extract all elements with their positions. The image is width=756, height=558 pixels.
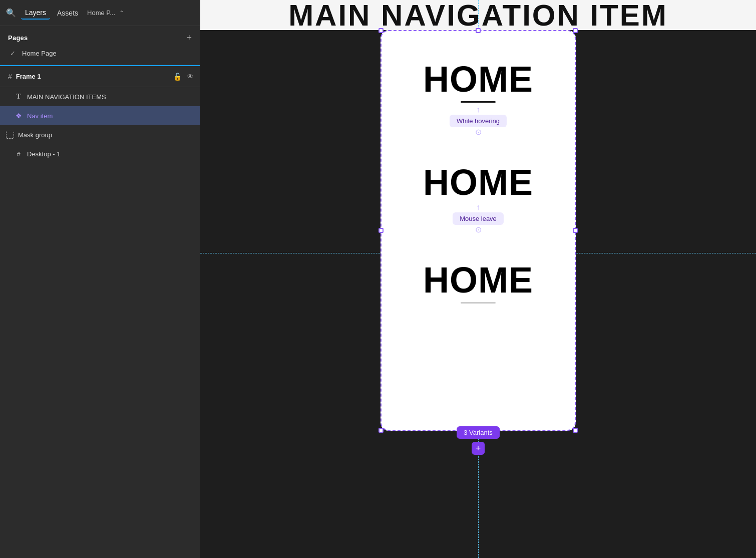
pages-section: Pages + ✓ Home Page bbox=[0, 26, 200, 65]
page-item-homepage[interactable]: ✓ Home Page bbox=[8, 47, 192, 60]
handle-tm[interactable] bbox=[476, 28, 481, 33]
handle-br[interactable] bbox=[573, 428, 578, 433]
layer-frame-row[interactable]: # Frame 1 🔓 👁 bbox=[0, 65, 200, 87]
home-text-1: HOME bbox=[423, 61, 533, 97]
nav-variant-hover: HOME ↑ While hovering ⊙ bbox=[392, 46, 565, 149]
layer-item-nav-item[interactable]: ❖ Nav item bbox=[0, 106, 200, 125]
frame-icon-desktop: # bbox=[14, 150, 23, 158]
variants-badge-wrap: 3 Variants + bbox=[457, 426, 500, 455]
tooltip-badge-mouseleave: Mouse leave bbox=[453, 212, 504, 225]
underline-light-3 bbox=[461, 302, 496, 304]
canvas-area: MAIN NAVIGATION ITEM HOME ↑ While hoveri… bbox=[200, 0, 756, 558]
tab-layers[interactable]: Layers bbox=[21, 7, 50, 20]
component-icon: ❖ bbox=[14, 112, 23, 120]
handle-bl[interactable] bbox=[379, 428, 384, 433]
layer-item-label-mask: Mask group bbox=[18, 131, 194, 139]
variant-component-frame[interactable]: HOME ↑ While hovering ⊙ HOME ↑ Mouse lea… bbox=[381, 30, 576, 431]
arrow-circle-icon-2: ⊙ bbox=[475, 226, 482, 234]
eye-icon[interactable]: 👁 bbox=[187, 73, 194, 81]
handle-rm[interactable] bbox=[573, 228, 578, 233]
text-icon: T bbox=[14, 93, 23, 101]
layers-section: # Frame 1 🔓 👁 T MAIN NAVIGATION ITEMS ❖ … bbox=[0, 65, 200, 558]
arrow-tooltip-2: ↑ Mouse leave ⊙ bbox=[453, 203, 504, 234]
check-icon: ✓ bbox=[10, 50, 18, 57]
arrow-circle-icon-1: ⊙ bbox=[475, 128, 482, 136]
arrow-tooltip-1: ↑ While hovering ⊙ bbox=[450, 106, 507, 136]
pages-header: Pages + bbox=[8, 33, 192, 42]
layer-item-label-desktop: Desktop - 1 bbox=[27, 150, 194, 158]
handle-lm[interactable] bbox=[379, 228, 384, 233]
layer-item-desktop-1[interactable]: # Desktop - 1 bbox=[0, 144, 200, 163]
tooltip-badge-hover: While hovering bbox=[450, 115, 507, 127]
layer-item-mask-group[interactable]: Mask group bbox=[0, 125, 200, 144]
add-page-button[interactable]: + bbox=[186, 33, 192, 42]
tab-assets[interactable]: Assets bbox=[53, 7, 82, 19]
layer-item-label-main-nav: MAIN NAVIGATION ITEMS bbox=[27, 93, 194, 101]
frame-actions: 🔓 👁 bbox=[173, 73, 194, 81]
sidebar: 🔍 Layers Assets Home P... ⌃ Pages + ✓ Ho… bbox=[0, 0, 200, 558]
tab-bar: 🔍 Layers Assets Home P... ⌃ bbox=[0, 0, 200, 26]
breadcrumb[interactable]: Home P... bbox=[87, 9, 115, 17]
arrow-up-icon-2: ↑ bbox=[476, 203, 480, 211]
handle-tr[interactable] bbox=[573, 28, 578, 33]
lock-icon[interactable]: 🔓 bbox=[173, 73, 182, 81]
layer-item-label-nav-item: Nav item bbox=[27, 112, 194, 120]
frame-label: Frame 1 bbox=[16, 73, 169, 80]
handle-tl[interactable] bbox=[379, 28, 384, 33]
underline-dark-1 bbox=[461, 101, 496, 103]
mask-icon bbox=[6, 131, 14, 139]
page-item-label: Home Page bbox=[22, 50, 57, 57]
frame-hash-icon: # bbox=[8, 73, 12, 81]
arrow-up-icon-1: ↑ bbox=[476, 106, 480, 114]
layer-item-main-nav[interactable]: T MAIN NAVIGATION ITEMS bbox=[0, 87, 200, 106]
variants-add-button[interactable]: + bbox=[472, 442, 485, 455]
pages-title: Pages bbox=[8, 34, 28, 42]
home-text-3: HOME bbox=[423, 262, 533, 298]
home-text-2: HOME bbox=[423, 164, 533, 200]
chevron-up-icon: ⌃ bbox=[119, 10, 124, 17]
nav-variant-default: HOME bbox=[392, 247, 565, 314]
search-icon[interactable]: 🔍 bbox=[6, 8, 16, 18]
nav-variant-mouseleave: HOME ↑ Mouse leave ⊙ bbox=[392, 149, 565, 247]
variants-badge: 3 Variants bbox=[457, 426, 500, 439]
